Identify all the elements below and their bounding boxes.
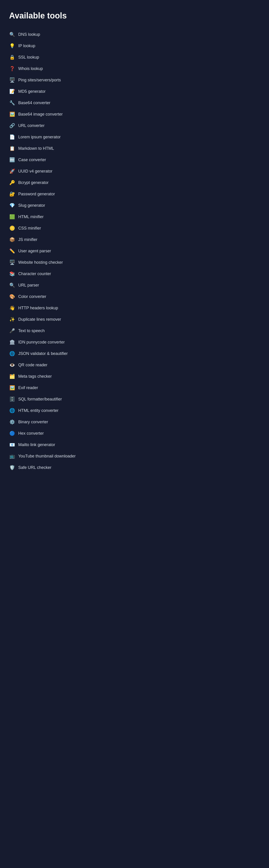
user-agent-parser-icon: ✏️ <box>9 248 15 254</box>
json-validator-beautifier-label: JSON validator & beautifier <box>18 351 68 356</box>
tool-item-base64-image-converter[interactable]: 🖼️Base64 image converter <box>9 108 110 120</box>
markdown-to-html-label: Markdown to HTML <box>18 146 54 151</box>
html-entity-converter-label: HTML entity converter <box>18 408 58 413</box>
tool-item-color-converter[interactable]: 🎨Color converter <box>9 291 110 302</box>
duplicate-lines-remover-label: Duplicate lines remover <box>18 317 61 322</box>
youtube-thumbnail-downloader-icon: 📺 <box>9 454 15 459</box>
ip-lookup-icon: 💡 <box>9 43 15 49</box>
tool-item-sql-formatter-beautifier[interactable]: 🗄️SQL formatter/beautifier <box>9 394 110 405</box>
http-headers-lookup-label: HTTP headers lookup <box>18 306 58 310</box>
sql-formatter-beautifier-icon: 🗄️ <box>9 396 15 402</box>
mailto-link-generator-icon: 📧 <box>9 442 15 447</box>
lorem-ipsum-generator-icon: 📄 <box>9 134 15 140</box>
color-converter-label: Color converter <box>18 294 46 299</box>
tool-item-text-to-speech[interactable]: 🎤Text to speech <box>9 325 110 336</box>
tool-item-user-agent-parser[interactable]: ✏️User agent parser <box>9 245 110 257</box>
js-minifier-label: JS minifier <box>18 237 37 242</box>
tool-item-html-minifier[interactable]: 🟩HTML minifier <box>9 211 110 222</box>
password-generator-label: Password generator <box>18 192 55 196</box>
safe-url-checker-label: Safe URL checker <box>18 465 51 470</box>
http-headers-lookup-icon: 👋 <box>9 305 15 311</box>
hex-converter-icon: 🔵 <box>9 431 15 436</box>
qr-code-reader-label: QR code reader <box>18 363 48 367</box>
bcrypt-generator-icon: 🔑 <box>9 180 15 185</box>
website-hosting-checker-label: Website hosting checker <box>18 260 63 265</box>
text-to-speech-label: Text to speech <box>18 329 45 333</box>
css-minifier-icon: 🪙 <box>9 225 15 231</box>
tool-item-markdown-to-html[interactable]: 📋Markdown to HTML <box>9 143 110 154</box>
html-minifier-label: HTML minifier <box>18 215 43 219</box>
color-converter-icon: 🎨 <box>9 294 15 299</box>
js-minifier-icon: 📦 <box>9 237 15 242</box>
meta-tags-checker-label: Meta tags checker <box>18 374 52 379</box>
dns-lookup-label: DNS lookup <box>18 32 40 37</box>
text-to-speech-icon: 🎤 <box>9 328 15 334</box>
json-validator-beautifier-icon: 🌐 <box>9 351 15 356</box>
tool-item-uuid-v4-generator[interactable]: 🚀UUID v4 generator <box>9 165 110 177</box>
youtube-thumbnail-downloader-label: YouTube thumbnail downloader <box>18 454 76 459</box>
html-minifier-icon: 🟩 <box>9 214 15 219</box>
uuid-v4-generator-icon: 🚀 <box>9 168 15 174</box>
user-agent-parser-label: User agent parser <box>18 249 51 253</box>
character-counter-icon: 📚 <box>9 271 15 277</box>
tool-list: 🔍DNS lookup💡IP lookup🔒SSL lookup❓Whois l… <box>9 29 110 473</box>
tool-item-qr-code-reader[interactable]: 👁️QR code reader <box>9 359 110 371</box>
tool-item-meta-tags-checker[interactable]: 🗂️Meta tags checker <box>9 371 110 382</box>
tool-item-password-generator[interactable]: 🔐Password generator <box>9 188 110 200</box>
tool-item-hex-converter[interactable]: 🔵Hex converter <box>9 428 110 439</box>
ping-sites-label: Ping sites/servers/ports <box>18 78 61 83</box>
tool-item-website-hosting-checker[interactable]: 🖥️Website hosting checker <box>9 257 110 268</box>
tool-item-http-headers-lookup[interactable]: 👋HTTP headers lookup <box>9 302 110 314</box>
slug-generator-icon: 💎 <box>9 203 15 208</box>
html-entity-converter-icon: 🌐 <box>9 408 15 413</box>
tool-item-binary-converter[interactable]: ⚙️Binary converter <box>9 416 110 428</box>
meta-tags-checker-icon: 🗂️ <box>9 374 15 379</box>
tool-item-js-minifier[interactable]: 📦JS minifier <box>9 234 110 245</box>
tool-item-lorem-ipsum-generator[interactable]: 📄Lorem ipsum generator <box>9 131 110 143</box>
character-counter-label: Character counter <box>18 272 51 276</box>
tool-item-duplicate-lines-remover[interactable]: ✨Duplicate lines remover <box>9 314 110 325</box>
tool-item-bcrypt-generator[interactable]: 🔑Bcrypt generator <box>9 177 110 188</box>
tool-item-safe-url-checker[interactable]: 🛡️Safe URL checker <box>9 462 110 473</box>
tool-item-html-entity-converter[interactable]: 🌐HTML entity converter <box>9 405 110 416</box>
safe-url-checker-icon: 🛡️ <box>9 465 15 470</box>
base64-converter-label: Base64 converter <box>18 100 50 105</box>
tool-item-md5-generator[interactable]: 📝MD5 generator <box>9 86 110 97</box>
tool-item-mailto-link-generator[interactable]: 📧Mailto link generator <box>9 439 110 451</box>
tool-item-css-minifier[interactable]: 🪙CSS minifier <box>9 222 110 234</box>
tool-item-url-converter[interactable]: 🔗URL converter <box>9 120 110 131</box>
tool-item-character-counter[interactable]: 📚Character counter <box>9 268 110 279</box>
dns-lookup-icon: 🔍 <box>9 32 15 37</box>
tool-item-whois-lookup[interactable]: ❓Whois lookup <box>9 63 110 74</box>
tool-item-ping-sites[interactable]: 🖥️Ping sites/servers/ports <box>9 74 110 86</box>
md5-generator-label: MD5 generator <box>18 89 46 94</box>
password-generator-icon: 🔐 <box>9 191 15 197</box>
tool-item-ssl-lookup[interactable]: 🔒SSL lookup <box>9 52 110 63</box>
base64-converter-icon: 🔧 <box>9 100 15 105</box>
case-converter-icon: 🔤 <box>9 157 15 162</box>
tool-item-idn-punnycode-converter[interactable]: 🏛️IDN punnycode converter <box>9 336 110 348</box>
url-parser-label: URL parser <box>18 283 39 288</box>
ssl-lookup-label: SSL lookup <box>18 55 39 60</box>
tool-item-base64-converter[interactable]: 🔧Base64 converter <box>9 97 110 108</box>
mailto-link-generator-label: Mailto link generator <box>18 442 55 447</box>
tool-item-youtube-thumbnail-downloader[interactable]: 📺YouTube thumbnail downloader <box>9 451 110 462</box>
ping-sites-icon: 🖥️ <box>9 77 15 83</box>
url-converter-label: URL converter <box>18 123 44 128</box>
base64-image-converter-icon: 🖼️ <box>9 112 15 117</box>
tool-item-case-converter[interactable]: 🔤Case converter <box>9 154 110 165</box>
binary-converter-icon: ⚙️ <box>9 419 15 425</box>
tool-item-json-validator-beautifier[interactable]: 🌐JSON validator & beautifier <box>9 348 110 359</box>
hex-converter-label: Hex converter <box>18 431 44 436</box>
tool-item-ip-lookup[interactable]: 💡IP lookup <box>9 40 110 52</box>
website-hosting-checker-icon: 🖥️ <box>9 259 15 265</box>
base64-image-converter-label: Base64 image converter <box>18 112 63 117</box>
idn-punnycode-converter-label: IDN punnycode converter <box>18 340 65 345</box>
tool-item-dns-lookup[interactable]: 🔍DNS lookup <box>9 29 110 40</box>
page-title: Available tools <box>9 11 110 21</box>
tool-item-url-parser[interactable]: 🔍URL parser <box>9 279 110 291</box>
lorem-ipsum-generator-label: Lorem ipsum generator <box>18 135 61 140</box>
tool-item-exif-reader[interactable]: 🖼️Exif reader <box>9 382 110 394</box>
url-parser-icon: 🔍 <box>9 282 15 288</box>
tool-item-slug-generator[interactable]: 💎Slug generator <box>9 200 110 211</box>
